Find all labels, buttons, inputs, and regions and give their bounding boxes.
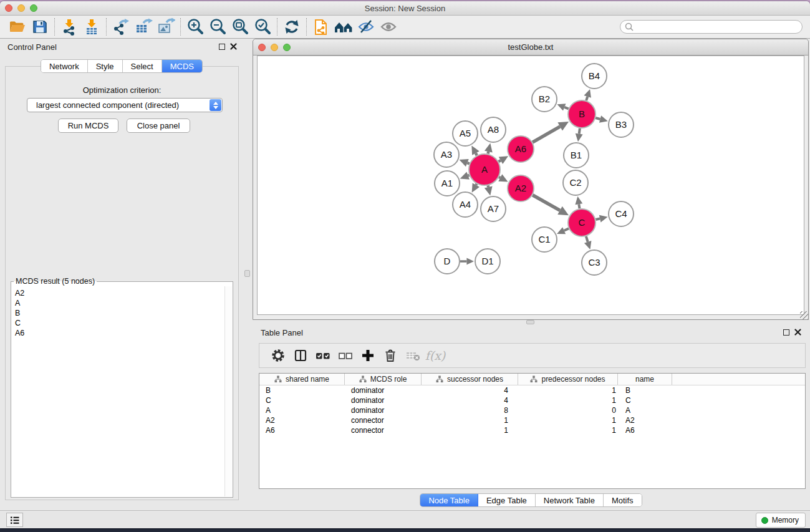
edge-A-A2[interactable] — [498, 174, 508, 181]
mcds-result-list[interactable]: A2ABCA6 — [12, 287, 224, 496]
network-window-titlebar[interactable]: testGlobe.txt — [253, 39, 808, 56]
network-close-button[interactable] — [258, 44, 266, 51]
edge-A-A8[interactable] — [485, 143, 493, 153]
tab-mcds[interactable]: MCDS — [162, 60, 202, 72]
edge-A6-B[interactable] — [533, 122, 569, 142]
import-network-icon[interactable] — [58, 17, 80, 37]
node-C4[interactable]: C4 — [609, 201, 634, 226]
node-A6[interactable]: A6 — [508, 136, 534, 162]
add-icon[interactable] — [357, 345, 379, 366]
refresh-icon[interactable] — [281, 17, 303, 37]
node-A5[interactable]: A5 — [453, 121, 478, 146]
table-row[interactable]: Cdominator41C — [259, 395, 805, 405]
node-B2[interactable]: B2 — [532, 87, 557, 112]
node-A4[interactable]: A4 — [453, 192, 478, 217]
tab-motifs[interactable]: Motifs — [604, 494, 642, 506]
table-row[interactable]: A6connector11A6 — [259, 425, 805, 435]
node-A8[interactable]: A8 — [481, 117, 506, 142]
window-resize-grip[interactable] — [800, 311, 808, 319]
hide-eye-icon[interactable] — [355, 17, 377, 37]
edge-A-A6[interactable] — [499, 156, 508, 164]
zoom-out-icon[interactable] — [206, 17, 229, 37]
column-header-successor-nodes[interactable]: successor nodes — [422, 374, 518, 385]
node-A3[interactable]: A3 — [434, 142, 459, 167]
result-item[interactable]: B — [15, 308, 224, 318]
node-A[interactable]: A — [469, 154, 500, 185]
column-header-predecessor-nodes[interactable]: predecessor nodes — [518, 374, 618, 385]
table-row[interactable]: A2connector11A2 — [259, 415, 805, 425]
delete-table-icon[interactable] — [402, 345, 424, 366]
minimize-window-button[interactable] — [17, 4, 25, 12]
edge-C-C2[interactable] — [575, 196, 582, 209]
table-row[interactable]: Adominator80A — [259, 405, 805, 415]
node-C1[interactable]: C1 — [532, 227, 557, 252]
node-B1[interactable]: B1 — [564, 143, 589, 168]
edge-C-C1[interactable] — [557, 227, 569, 234]
maximize-window-button[interactable] — [30, 4, 37, 12]
network-maximize-button[interactable] — [283, 44, 291, 51]
trash-icon[interactable] — [379, 345, 402, 366]
export-table-icon[interactable] — [132, 17, 155, 37]
network-file-icon[interactable] — [310, 17, 332, 37]
node-D[interactable]: D — [435, 249, 460, 274]
export-network-icon[interactable] — [110, 17, 132, 37]
edge-C-C4[interactable] — [595, 215, 607, 223]
close-panel-icon[interactable] — [230, 43, 237, 50]
node-C[interactable]: C — [568, 209, 595, 236]
optimization-dropdown[interactable]: largest connected component (directed) — [27, 98, 223, 112]
edge-B-B2[interactable] — [557, 104, 568, 110]
show-eye-icon[interactable] — [377, 17, 400, 37]
memory-button[interactable]: Memory — [756, 513, 806, 528]
edge-A-A5[interactable] — [471, 145, 479, 155]
node-A2[interactable]: A2 — [508, 175, 534, 201]
zoom-selected-icon[interactable] — [251, 17, 274, 37]
close-window-button[interactable] — [5, 4, 12, 12]
tab-select[interactable]: Select — [123, 60, 162, 72]
column-header-mcds-role[interactable]: MCDS role — [345, 374, 422, 385]
node-B3[interactable]: B3 — [609, 112, 634, 137]
run-mcds-button[interactable]: Run MCDS — [58, 118, 118, 133]
network-canvas[interactable]: B4B2BB3A8A5A6A3B1AA1C2A2A4A7C4CC1C3DD1 — [257, 56, 804, 315]
zoom-in-icon[interactable] — [184, 17, 206, 37]
result-item[interactable]: A2 — [15, 288, 224, 298]
zoom-fit-icon[interactable] — [229, 17, 251, 37]
search-input[interactable] — [620, 20, 803, 34]
horizontal-split-handle[interactable] — [526, 320, 534, 324]
edge-A2-C[interactable] — [533, 195, 569, 215]
gear-icon[interactable] — [267, 345, 289, 366]
close-panel-button[interactable]: Close panel — [127, 118, 190, 133]
column-header-name[interactable]: name — [618, 374, 672, 385]
result-scrollbar[interactable] — [224, 286, 232, 496]
split-divider[interactable] — [243, 39, 252, 510]
result-item[interactable]: C — [15, 318, 224, 328]
result-item[interactable]: A6 — [15, 328, 224, 338]
horizontal-split-divider[interactable] — [252, 320, 810, 324]
node-B4[interactable]: B4 — [582, 64, 607, 89]
network-graph[interactable]: B4B2BB3A8A5A6A3B1AA1C2A2A4A7C4CC1C3DD1 — [258, 56, 806, 316]
node-A7[interactable]: A7 — [481, 196, 506, 221]
home-network-icon[interactable] — [332, 17, 355, 37]
function-icon[interactable]: f(x) — [424, 345, 446, 366]
export-image-icon[interactable] — [155, 17, 177, 37]
edge-B-B4[interactable] — [584, 89, 591, 100]
edge-A-A1[interactable] — [460, 172, 470, 180]
edge-A-A3[interactable] — [459, 159, 469, 167]
edge-B-B3[interactable] — [595, 115, 608, 123]
tab-style[interactable]: Style — [88, 60, 123, 72]
node-D1[interactable]: D1 — [475, 249, 500, 274]
network-minimize-button[interactable] — [271, 44, 278, 51]
tab-node-table[interactable]: Node Table — [420, 494, 478, 506]
tab-network-table[interactable]: Network Table — [536, 494, 604, 506]
node-B[interactable]: B — [568, 100, 595, 128]
tab-network[interactable]: Network — [41, 60, 88, 72]
select-all-checkbox-icon[interactable] — [312, 345, 334, 366]
edge-A-A7[interactable] — [485, 185, 493, 195]
node-C3[interactable]: C3 — [582, 250, 607, 275]
deselect-all-checkbox-icon[interactable] — [334, 345, 357, 366]
result-item[interactable]: A — [15, 298, 224, 308]
edge-D-D1[interactable] — [460, 258, 474, 265]
node-A1[interactable]: A1 — [435, 171, 460, 196]
column-header-shared-name[interactable]: shared name — [259, 374, 345, 385]
split-divider-handle[interactable] — [244, 270, 250, 277]
save-session-icon[interactable] — [29, 17, 51, 37]
